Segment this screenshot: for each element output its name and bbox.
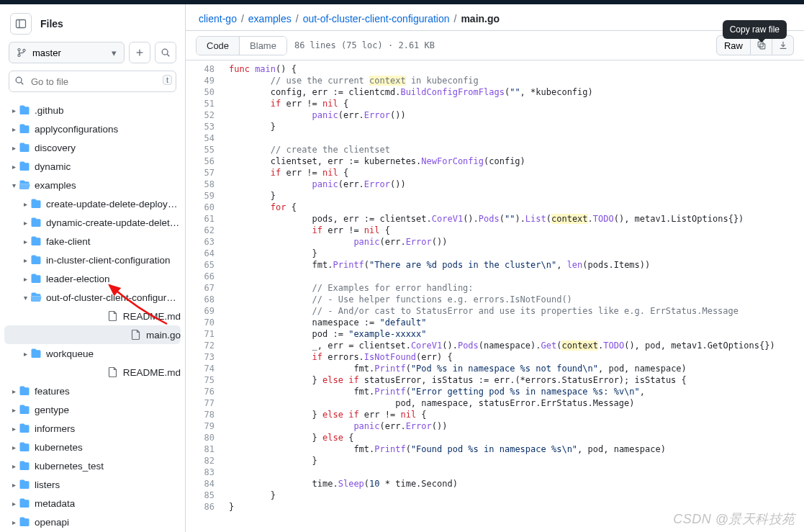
tree-folder[interactable]: ▸listers (4, 475, 181, 494)
line-content[interactable]: func main() { (229, 63, 804, 75)
line-content[interactable]: panic(err.Error()) (229, 236, 804, 248)
raw-button[interactable]: Raw (716, 35, 751, 55)
tree-file[interactable]: ▸README.md (4, 307, 181, 325)
line-number[interactable]: 72 (186, 340, 229, 351)
tree-folder[interactable]: ▸in-cluster-client-configuration (4, 251, 181, 269)
line-number[interactable]: 75 (186, 374, 229, 386)
line-content[interactable]: namespace := "default" (229, 317, 804, 328)
tree-folder[interactable]: ▸leader-election (4, 269, 181, 288)
tree-folder[interactable]: ▾out-of-cluster-client-configurati... (4, 288, 181, 307)
line-content[interactable]: // Examples for error handling: (229, 282, 804, 294)
code-line[interactable]: 75 } else if statusError, isStatus := er… (186, 374, 804, 386)
code-line[interactable]: 52 panic(err.Error()) (186, 109, 804, 121)
code-line[interactable]: 62 if err != nil { (186, 225, 804, 236)
line-number[interactable]: 76 (186, 386, 229, 397)
line-number[interactable]: 85 (186, 490, 229, 501)
code-line[interactable]: 68 // - Use helper functions e.g. errors… (186, 294, 804, 305)
line-content[interactable]: if err != nil { (229, 225, 804, 236)
line-content[interactable]: } else if statusError, isStatus := err.(… (229, 374, 804, 386)
code-line[interactable]: 86} (186, 501, 804, 513)
line-number[interactable]: 57 (186, 167, 229, 179)
tree-file[interactable]: ▸main.go (4, 325, 181, 344)
line-number[interactable]: 53 (186, 121, 229, 132)
code-line[interactable]: 85 } (186, 490, 804, 501)
tree-folder[interactable]: ▸discovery (4, 138, 181, 157)
line-content[interactable]: } (229, 248, 804, 259)
download-button[interactable] (772, 35, 794, 55)
code-line[interactable]: 65 fmt.Printf("There are %d pods in the … (186, 259, 804, 271)
line-content[interactable]: if errors.IsNotFound(err) { (229, 351, 804, 363)
line-number[interactable]: 56 (186, 155, 229, 167)
line-content[interactable]: panic(err.Error()) (229, 109, 804, 121)
line-content[interactable]: fmt.Printf("Error getting pod %s in name… (229, 386, 804, 397)
tab-code[interactable]: Code (197, 37, 239, 55)
line-number[interactable]: 58 (186, 179, 229, 190)
line-content[interactable] (229, 271, 804, 282)
tree-file[interactable]: ▸README.md (4, 363, 181, 382)
code-line[interactable]: 49 // use the current context in kubecon… (186, 75, 804, 86)
tree-folder[interactable]: ▸dynamic (4, 157, 181, 176)
code-line[interactable]: 71 pod := "example-xxxxx" (186, 328, 804, 340)
line-content[interactable]: pod, namespace, statusError.ErrStatus.Me… (229, 397, 804, 409)
line-number[interactable]: 64 (186, 248, 229, 259)
line-number[interactable]: 67 (186, 282, 229, 294)
line-number[interactable]: 51 (186, 98, 229, 109)
code-line[interactable]: 70 namespace := "default" (186, 317, 804, 328)
line-content[interactable]: } (229, 490, 804, 501)
line-number[interactable]: 80 (186, 432, 229, 443)
line-number[interactable]: 83 (186, 466, 229, 478)
line-content[interactable]: fmt.Printf("Pod %s in namespace %s not f… (229, 363, 804, 374)
line-content[interactable]: // use the current context in kubeconfig (229, 75, 804, 86)
code-line[interactable]: 63 panic(err.Error()) (186, 236, 804, 248)
tree-folder[interactable]: ▸informers (4, 419, 181, 438)
tree-folder[interactable]: ▸applyconfigurations (4, 120, 181, 138)
line-content[interactable]: // create the clientset (229, 144, 804, 155)
code-line[interactable]: 56 clientset, err := kubernetes.NewForCo… (186, 155, 804, 167)
code-line[interactable]: 81 fmt.Printf("Found pod %s in namespace… (186, 443, 804, 455)
line-number[interactable]: 63 (186, 236, 229, 248)
line-number[interactable]: 52 (186, 109, 229, 121)
tree-folder[interactable]: ▾examples (4, 176, 181, 194)
line-number[interactable]: 68 (186, 294, 229, 305)
tree-folder[interactable]: ▸metadata (4, 494, 181, 513)
line-content[interactable]: _, err = clientset.CoreV1().Pods(namespa… (229, 340, 804, 351)
line-content[interactable] (229, 466, 804, 478)
tree-folder[interactable]: ▸dynamic-create-update-delete-... (4, 213, 181, 232)
code-line[interactable]: 53 } (186, 121, 804, 132)
line-content[interactable]: clientset, err := kubernetes.NewForConfi… (229, 155, 804, 167)
code-line[interactable]: 73 if errors.IsNotFound(err) { (186, 351, 804, 363)
line-number[interactable]: 86 (186, 501, 229, 513)
line-content[interactable]: for { (229, 202, 804, 213)
code-line[interactable]: 57 if err != nil { (186, 167, 804, 179)
line-number[interactable]: 54 (186, 132, 229, 144)
file-search-input[interactable] (9, 71, 176, 92)
code-line[interactable]: 82 } (186, 455, 804, 466)
line-number[interactable]: 73 (186, 351, 229, 363)
branch-selector[interactable]: master ▾ (9, 42, 125, 63)
line-content[interactable]: } else { (229, 432, 804, 443)
code-line[interactable]: 64 } (186, 248, 804, 259)
line-content[interactable]: pods, err := clientset.CoreV1().Pods("")… (229, 213, 804, 225)
line-content[interactable]: // - And/or cast to StatusError and use … (229, 305, 804, 317)
line-number[interactable]: 62 (186, 225, 229, 236)
line-number[interactable]: 69 (186, 305, 229, 317)
line-number[interactable]: 55 (186, 144, 229, 155)
line-content[interactable]: } (229, 190, 804, 202)
code-line[interactable]: 48func main() { (186, 63, 804, 75)
line-number[interactable]: 77 (186, 397, 229, 409)
code-line[interactable]: 54 (186, 132, 804, 144)
line-number[interactable]: 78 (186, 409, 229, 420)
collapse-sidebar-button[interactable] (10, 13, 32, 35)
code-line[interactable]: 60 for { (186, 202, 804, 213)
code-line[interactable]: 55 // create the clientset (186, 144, 804, 155)
line-number[interactable]: 81 (186, 443, 229, 455)
line-number[interactable]: 59 (186, 190, 229, 202)
line-content[interactable]: panic(err.Error()) (229, 420, 804, 432)
line-number[interactable]: 49 (186, 75, 229, 86)
line-content[interactable]: // - Use helper functions e.g. errors.Is… (229, 294, 804, 305)
line-number[interactable]: 70 (186, 317, 229, 328)
tab-blame[interactable]: Blame (239, 37, 286, 55)
line-number[interactable]: 60 (186, 202, 229, 213)
tree-folder[interactable]: ▸kubernetes (4, 438, 181, 456)
code-line[interactable]: 59 } (186, 190, 804, 202)
